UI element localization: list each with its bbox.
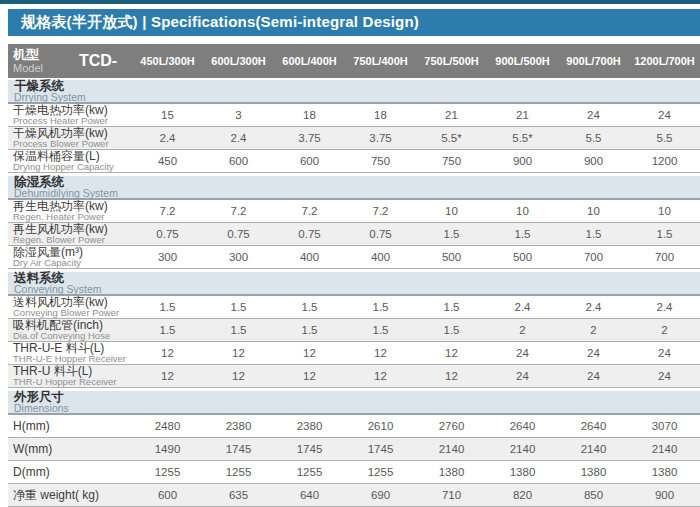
spec-value-cell: 1745 (274, 438, 345, 460)
spec-value-cell: 1.5 (558, 223, 629, 245)
spec-value-cell: 10 (487, 200, 558, 222)
spec-value-cell: 5.5* (487, 127, 558, 149)
row-label: 除湿风量(m³)Dry Air Capacity (8, 246, 132, 268)
row-label: 干燥电热功率(kw)Process Heater Power (8, 104, 132, 126)
spec-value-cell: 1200 (629, 150, 700, 172)
spec-table: 机型 Model TCD- 450L/300H600L/300H600L/400… (8, 44, 700, 507)
spec-value-cell: 2610 (345, 415, 416, 437)
series-prefix: TCD- (64, 44, 132, 78)
spec-value-cell: 1380 (629, 461, 700, 483)
spec-value-cell: 750 (345, 150, 416, 172)
spec-value-cell: 1255 (345, 461, 416, 483)
spec-value-cell: 15 (132, 104, 203, 126)
spec-value-cell: 300 (132, 246, 203, 268)
model-column-header: 900L/500H (487, 44, 558, 78)
spec-value-cell: 2.4 (558, 296, 629, 318)
spec-value-cell: 700 (558, 246, 629, 268)
spec-value-cell: 2140 (629, 438, 700, 460)
spec-value-cell: 10 (629, 200, 700, 222)
table-row: 送料风机功率(kw)Conveying Blower Power1.51.51.… (8, 296, 700, 319)
spec-value-cell: 7.2 (345, 200, 416, 222)
table-section: 除湿系统Dehumidilying System再生电热功率(kw)Regen.… (8, 176, 700, 269)
spec-value-cell: 450 (132, 150, 203, 172)
spec-value-cell: 5.5* (416, 127, 487, 149)
row-values: 1212121212242424 (132, 342, 700, 364)
row-label: H(mm) (8, 415, 132, 437)
model-column-header: 750L/400H (345, 44, 416, 78)
spec-value-cell: 400 (345, 246, 416, 268)
spec-value-cell: 1745 (345, 438, 416, 460)
spec-value-cell: 2140 (416, 438, 487, 460)
row-values: 0.750.750.750.751.51.51.51.5 (132, 223, 700, 245)
spec-value-cell: 1.5 (416, 223, 487, 245)
spec-value-cell: 1255 (203, 461, 274, 483)
section-header: 干燥系统Drrying System (8, 80, 700, 104)
spec-value-cell: 635 (203, 484, 274, 506)
spec-value-cell: 3.75 (274, 127, 345, 149)
row-label-en: Drying Hopper Capacity (13, 162, 132, 172)
table-sections: 干燥系统Drrying System干燥电热功率(kw)Process Heat… (8, 80, 700, 507)
spec-value-cell: 2640 (558, 415, 629, 437)
spec-value-cell: 1.5 (274, 319, 345, 341)
section-header: 外形尺寸Dimensions (8, 391, 700, 415)
row-label-en: Regen. Blower Power (13, 235, 132, 245)
row-values: 1.51.51.51.51.52.42.42.4 (132, 296, 700, 318)
section-title-en: Drrying System (14, 92, 700, 103)
section-title-zh: 干燥系统 (14, 80, 700, 92)
spec-value-cell: 12 (416, 342, 487, 364)
table-row: THR-U-E 料斗(L)THR-U-E Hopper Receiver1212… (8, 342, 700, 365)
spec-value-cell: 640 (274, 484, 345, 506)
model-column-header: 1200L/700H (629, 44, 700, 78)
row-label: 保温料桶容量(L)Drying Hopper Capacity (8, 150, 132, 172)
table-row: 再生电热功率(kw)Regen. Heater Power7.27.27.27.… (8, 200, 700, 223)
row-label-en: Dia.of Conveying Hose (13, 331, 132, 341)
spec-value-cell: 10 (416, 200, 487, 222)
spec-value-cell: 24 (629, 342, 700, 364)
model-column-header: 900L/700H (558, 44, 629, 78)
model-column-header: 600L/400H (274, 44, 345, 78)
model-header-row: 机型 Model TCD- 450L/300H600L/300H600L/400… (8, 44, 700, 78)
spec-value-cell: 0.75 (203, 223, 274, 245)
section-header: 送料系统Conveying System (8, 272, 700, 296)
table-row: 再生风机功率(kw)Regen. Blower Power0.750.750.7… (8, 223, 700, 246)
spec-value-cell: 18 (274, 104, 345, 126)
spec-value-cell: 7.2 (132, 200, 203, 222)
row-values: 7.27.27.27.210101010 (132, 200, 700, 222)
spec-value-cell: 5.5 (629, 127, 700, 149)
spec-value-cell: 24 (558, 365, 629, 387)
spec-value-cell: 24 (487, 342, 558, 364)
spec-value-cell: 2760 (416, 415, 487, 437)
spec-value-cell: 1.5 (345, 296, 416, 318)
spec-value-cell: 1.5 (487, 223, 558, 245)
spec-value-cell: 3.75 (345, 127, 416, 149)
row-values: 1.51.51.51.51.5222 (132, 319, 700, 341)
table-row: 净重 weight( kg)600635640690710820850900 (8, 484, 700, 507)
spec-value-cell: 820 (487, 484, 558, 506)
spec-value-cell: 600 (132, 484, 203, 506)
table-row: THR-U 料斗(L)THR-U Hopper Receiver12121212… (8, 365, 700, 388)
spec-value-cell: 12 (416, 365, 487, 387)
table-row: H(mm)24802380238026102760264026403070 (8, 415, 700, 438)
spec-value-cell: 0.75 (345, 223, 416, 245)
row-values: 12551255125512551380138013801380 (132, 461, 700, 483)
row-label-en: Regen. Heater Power (13, 212, 132, 222)
spec-value-cell: 12 (132, 365, 203, 387)
spec-value-cell: 0.75 (132, 223, 203, 245)
row-label: 再生电热功率(kw)Regen. Heater Power (8, 200, 132, 222)
spec-value-cell: 700 (629, 246, 700, 268)
spec-value-cell: 1.5 (274, 296, 345, 318)
spec-value-cell: 12 (345, 365, 416, 387)
row-label-en: THR-U-E Hopper Receiver (13, 354, 132, 364)
section-title-en: Conveying System (14, 284, 700, 295)
spec-value-cell: 2.4 (487, 296, 558, 318)
spec-value-cell: 1.5 (132, 296, 203, 318)
spec-value-cell: 7.2 (203, 200, 274, 222)
table-row: D(mm)12551255125512551380138013801380 (8, 461, 700, 484)
spec-value-cell: 1.5 (416, 319, 487, 341)
model-columns: 450L/300H600L/300H600L/400H750L/400H750L… (132, 44, 700, 78)
table-row: 除湿风量(m³)Dry Air Capacity3003004004005005… (8, 246, 700, 269)
row-label-zh: W(mm) (13, 438, 132, 460)
spec-value-cell: 900 (629, 484, 700, 506)
spec-value-cell: 1.5 (416, 296, 487, 318)
row-values: 4506006007507509009001200 (132, 150, 700, 172)
